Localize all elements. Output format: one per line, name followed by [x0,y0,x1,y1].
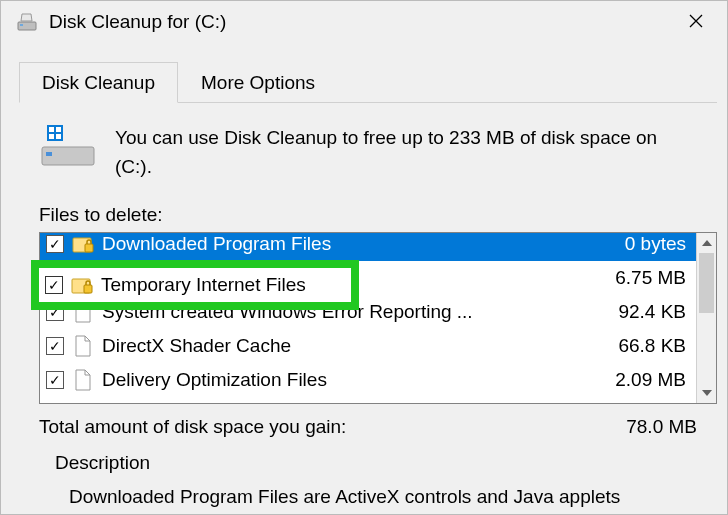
item-size: 0 bytes [625,403,686,404]
scroll-up-icon[interactable] [697,233,716,253]
item-name: Delivery Optimization Files [102,369,605,391]
svg-rect-3 [46,152,52,156]
drive-cleanup-icon [17,12,37,32]
highlighted-item: ✓ Temporary Internet Files [31,260,359,310]
list-item-device-driver-packages[interactable]: Device driver packages 0 bytes [40,397,696,404]
file-icon [72,335,94,357]
item-size: 0 bytes [625,233,686,255]
checkbox[interactable]: ✓ [46,337,64,355]
list-item-directx-shader-cache[interactable]: ✓ DirectX Shader Cache 66.8 KB [40,329,696,363]
folder-lock-icon [71,274,93,296]
scroll-down-icon[interactable] [697,383,716,403]
scroll-thumb[interactable] [699,253,714,313]
svg-rect-5 [49,127,54,132]
checkbox[interactable]: ✓ [46,235,64,253]
info-row: You can use Disk Cleanup to free up to 2… [39,121,697,182]
info-text: You can use Disk Cleanup to free up to 2… [115,121,697,182]
scrollbar[interactable] [696,233,716,403]
tabs: Disk Cleanup More Options [19,61,727,103]
highlighted-name: Temporary Internet Files [101,274,341,296]
total-row: Total amount of disk space you gain: 78.… [39,416,697,438]
disk-cleanup-window: Disk Cleanup for (C:) Disk Cleanup More … [0,0,728,515]
drive-icon [39,121,97,169]
description-text: Downloaded Program Files are ActiveX con… [69,486,727,508]
window-title: Disk Cleanup for (C:) [49,11,673,33]
svg-rect-8 [56,134,61,139]
svg-rect-1 [20,24,23,26]
titlebar: Disk Cleanup for (C:) [1,1,727,43]
close-button[interactable] [673,6,719,38]
item-size: 2.09 MB [615,369,686,391]
file-icon [72,403,94,404]
total-label: Total amount of disk space you gain: [39,416,626,438]
folder-lock-icon [72,233,94,255]
close-icon [689,12,703,33]
item-name: Device driver packages [102,403,615,404]
description-label: Description [55,452,727,474]
files-listbox[interactable]: ✓ Downloaded Program Files 0 bytes ✓ Tem… [39,232,717,404]
checkbox[interactable]: ✓ [45,276,63,294]
item-size: 66.8 KB [618,335,686,357]
list-item-downloaded-program-files[interactable]: ✓ Downloaded Program Files 0 bytes [40,232,696,261]
list-item-delivery-optimization-files[interactable]: ✓ Delivery Optimization Files 2.09 MB [40,363,696,397]
total-value: 78.0 MB [626,416,697,438]
svg-rect-10 [85,244,93,252]
file-icon [72,369,94,391]
svg-rect-6 [56,127,61,132]
tab-more-options[interactable]: More Options [178,62,338,103]
item-name: Downloaded Program Files [102,233,615,255]
svg-rect-14 [84,285,92,293]
item-size: 6.75 MB [615,267,686,289]
checkbox[interactable]: ✓ [46,371,64,389]
svg-rect-7 [49,134,54,139]
files-to-delete-label: Files to delete: [39,204,727,226]
tab-disk-cleanup[interactable]: Disk Cleanup [19,62,178,103]
item-name: DirectX Shader Cache [102,335,608,357]
item-size: 92.4 KB [618,301,686,323]
